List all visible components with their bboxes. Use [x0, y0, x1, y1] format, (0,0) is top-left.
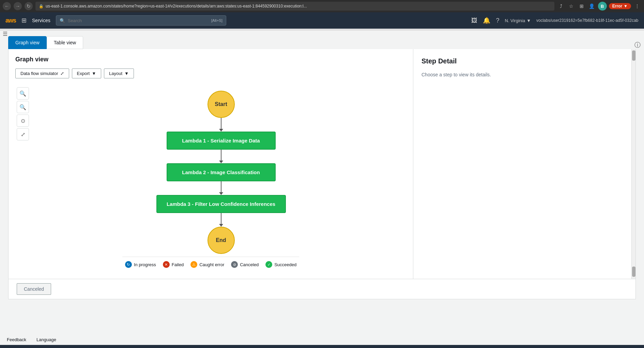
layout-dropdown-icon: ▼ — [124, 71, 129, 76]
caught-error-icon: ⚠ — [190, 261, 197, 268]
arrow-3 — [219, 181, 223, 195]
browser-chrome: ← → ↻ 🔒 us-east-1.console.aws.amazon.com… — [0, 0, 644, 12]
main-content: Graph view Table view Graph view Data fl… — [0, 29, 644, 334]
center-button[interactable]: ⊙ — [17, 115, 29, 127]
canceled-button[interactable]: Canceled — [17, 283, 51, 295]
account-selector[interactable]: voclabs/user2319162=5e7fb682-b18f-11ec-a… — [536, 18, 639, 23]
graph-toolbar: Data flow simulator ⤢ Export ▼ Layout ▼ — [15, 69, 406, 78]
share-icon[interactable]: ⤴ — [557, 2, 565, 10]
tab-bar: Graph view Table view — [0, 31, 644, 49]
step-detail-hint: Choose a step to view its details. — [421, 72, 623, 77]
feedback-link[interactable]: Feedback — [7, 337, 26, 342]
legend-canceled: ⊘ Canceled — [231, 261, 259, 268]
flow-diagram: Start Lambda 1 - Serialize Image Data — [136, 87, 286, 254]
region-selector[interactable]: N. Virginia ▼ — [505, 18, 531, 23]
forward-button[interactable]: → — [14, 2, 22, 10]
aws-navbar: aws ⊞ Services 🔍 [Alt+S] 🖼 🔔 ? N. Virgin… — [0, 12, 644, 29]
export-button[interactable]: Export ▼ — [72, 69, 101, 78]
zoom-out-button[interactable]: 🔍 — [17, 101, 29, 113]
image-icon[interactable]: 🖼 — [471, 17, 477, 24]
aws-logo: aws — [5, 17, 16, 24]
services-menu[interactable]: Services — [32, 18, 50, 23]
legend-in-progress: ↻ In progress — [125, 261, 156, 268]
grid-menu-icon[interactable]: ⊞ — [21, 17, 27, 24]
search-bar[interactable]: 🔍 [Alt+S] — [56, 15, 226, 26]
error-badge: Error ▼ — [609, 3, 631, 9]
canceled-icon: ⊘ — [231, 261, 238, 268]
zoom-controls: 🔍 🔍 ⊙ ⤢ — [17, 87, 29, 140]
arrow-4 — [219, 213, 223, 227]
start-node[interactable]: Start — [208, 91, 235, 118]
zoom-out-icon: 🔍 — [19, 104, 26, 110]
feedback-bar: Feedback Language — [0, 334, 644, 345]
step-detail-title: Step Detail — [421, 57, 623, 65]
graph-legend: ↻ In progress ✕ Failed ⚠ Caught error ⊘ … — [122, 257, 299, 272]
menu-icon[interactable]: ⋮ — [633, 2, 641, 10]
search-input[interactable] — [68, 18, 209, 23]
action-bar: Canceled — [8, 279, 636, 299]
language-link[interactable]: Language — [36, 337, 56, 342]
zoom-in-icon: 🔍 — [19, 90, 26, 97]
back-button[interactable]: ← — [3, 2, 11, 10]
profile-icon[interactable]: 👤 — [588, 2, 596, 10]
extensions-icon[interactable]: ⊞ — [578, 2, 586, 10]
lambda-3-node[interactable]: Lambda 3 - Filter Low Confidence Inferen… — [156, 195, 286, 213]
info-icon[interactable]: ⓘ — [634, 41, 641, 49]
legend-failed: ✕ Failed — [163, 261, 184, 268]
arrow-2 — [219, 150, 223, 163]
end-node[interactable]: End — [208, 227, 235, 254]
tab-table-view[interactable]: Table view — [47, 36, 83, 49]
tab-graph-view[interactable]: Graph view — [8, 36, 47, 49]
data-flow-simulator-button[interactable]: Data flow simulator ⤢ — [15, 69, 69, 78]
legend-succeeded: ✓ Succeeded — [265, 261, 296, 268]
footer: © 2023, Amazon Web Services, Inc. or its… — [0, 345, 644, 348]
graph-panel: Graph view Data flow simulator ⤢ Export … — [9, 49, 413, 279]
user-avatar: B — [598, 2, 607, 11]
lambda-1-node[interactable]: Lambda 1 - Serialize Image Data — [167, 132, 276, 150]
failed-icon: ✕ — [163, 261, 170, 268]
refresh-button[interactable]: ↻ — [25, 2, 33, 10]
graph-canvas: 🔍 🔍 ⊙ ⤢ Start — [15, 84, 406, 272]
url-text: us-east-1.console.aws.amazon.com/states/… — [46, 4, 307, 9]
succeeded-icon: ✓ — [265, 261, 272, 268]
export-dropdown-icon: ▼ — [92, 71, 96, 76]
arrow-1 — [219, 118, 223, 132]
legend-caught-error: ⚠ Caught error — [190, 261, 224, 268]
aws-logo-text: aws — [5, 17, 16, 24]
center-icon: ⊙ — [21, 118, 25, 124]
scrollbar-right[interactable] — [631, 49, 635, 279]
zoom-in-button[interactable]: 🔍 — [17, 87, 29, 100]
layout-button[interactable]: Layout ▼ — [104, 69, 134, 78]
in-progress-icon: ↻ — [125, 261, 132, 268]
nav-icons: 🖼 🔔 ? N. Virginia ▼ voclabs/user2319162=… — [471, 17, 639, 24]
bell-icon[interactable]: 🔔 — [483, 17, 490, 24]
url-bar[interactable]: 🔒 us-east-1.console.aws.amazon.com/state… — [35, 2, 554, 11]
search-icon: 🔍 — [60, 18, 65, 23]
bookmark-icon[interactable]: ☆ — [567, 2, 576, 10]
fit-icon: ⤢ — [21, 131, 25, 138]
search-shortcut: [Alt+S] — [211, 18, 223, 22]
help-icon[interactable]: ? — [496, 17, 499, 24]
lambda-2-node[interactable]: Lambda 2 - Image Classification — [167, 163, 276, 181]
step-detail-panel: Step Detail Choose a step to view its de… — [413, 49, 631, 279]
lock-icon: 🔒 — [39, 4, 44, 9]
graph-panel-title: Graph view — [15, 56, 406, 63]
sidebar-toggle[interactable]: ☰ — [0, 29, 10, 39]
browser-actions: ⤴ ☆ ⊞ 👤 B Error ▼ ⋮ — [557, 2, 641, 11]
content-split: Graph view Data flow simulator ⤢ Export … — [8, 49, 636, 279]
fit-button[interactable]: ⤢ — [17, 128, 29, 140]
external-link-icon: ⤢ — [60, 71, 64, 76]
